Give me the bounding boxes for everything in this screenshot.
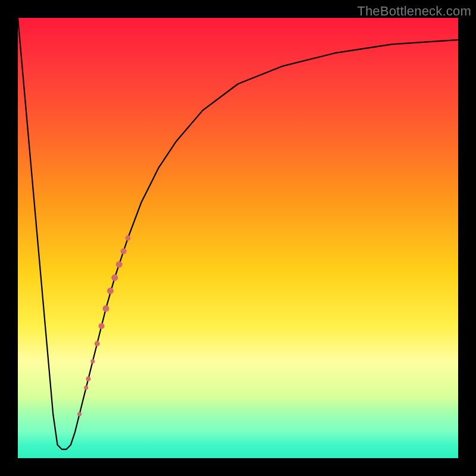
plot-area — [18, 18, 458, 458]
markers-group — [77, 236, 130, 416]
data-marker — [99, 323, 105, 329]
data-marker — [107, 287, 114, 294]
data-marker — [90, 359, 95, 364]
data-marker — [77, 412, 82, 416]
data-marker — [86, 377, 90, 381]
data-marker — [116, 261, 123, 268]
data-marker — [126, 236, 131, 241]
data-marker — [103, 305, 109, 312]
data-marker — [111, 274, 118, 281]
watermark-text: TheBottleneck.com — [357, 4, 471, 19]
data-marker — [121, 248, 127, 254]
data-marker — [84, 386, 88, 390]
data-marker — [95, 341, 100, 346]
bottleneck-curve — [18, 18, 458, 449]
chart-frame: TheBottleneck.com — [0, 0, 476, 476]
chart-svg — [18, 18, 458, 458]
